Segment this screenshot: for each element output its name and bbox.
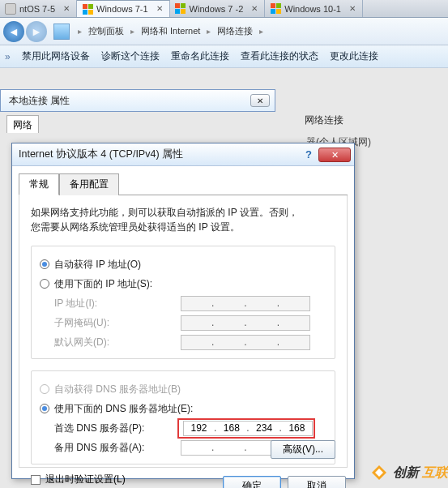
preferred-dns-field[interactable]: 192. 168. 234. 168 [183,421,313,436]
close-button[interactable]: ✕ [318,148,351,162]
advanced-button[interactable]: 高级(V)... [271,440,335,459]
tab-network[interactable]: 网络 [6,115,39,133]
ip-address-label: IP 地址(I): [40,297,177,310]
tab-label: Windows 7-1 [96,4,148,14]
breadcrumb-control-panel[interactable]: 控制面板 [87,24,126,39]
ip-settings-group: 自动获得 IP 地址(O) 使用下面的 IP 地址(S): IP 地址(I): … [31,246,335,359]
radio-manual-ip[interactable]: 使用下面的 IP 地址(S): [40,274,326,293]
menu-chevron-icon[interactable]: » [5,51,11,62]
dialog-tabs: 常规 备用配置 [19,173,348,195]
subnet-mask-label: 子网掩码(U): [40,316,177,330]
subnet-mask-field: ... [181,315,310,331]
vm-tab-win7-2[interactable]: Windows 7 -2 ✕ [170,0,266,17]
tab-label: Windows 7 -2 [190,4,244,14]
title-text: 本地连接 属性 [9,94,70,108]
breadcrumb: ▸ 控制面板 ▸ 网络和 Internet ▸ 网络连接 ▸ [75,24,267,39]
description-text: 如果网络支持此功能，则可以获取自动指派的 IP 设置。否则， 您需要从网络系统管… [31,205,335,234]
breadcrumb-network-connections[interactable]: 网络连接 [215,24,254,39]
forward-button[interactable]: ► [26,21,47,42]
network-connections-icon [53,24,70,40]
tab-general[interactable]: 常规 [19,173,59,195]
toolbar-status[interactable]: 查看此连接的状态 [241,49,318,63]
watermark-text-2: 互联 [422,464,448,482]
dialog-title-bar[interactable]: Internet 协议版本 4 (TCP/IPv4) 属性 ? ✕ [12,143,354,166]
back-button[interactable]: ◄ [3,21,24,42]
checkbox-label: 退出时验证设置(L) [45,473,126,486]
close-icon[interactable]: ✕ [63,5,71,13]
ip-address-field: ... [181,296,310,311]
vm-tab-win10-1[interactable]: Windows 10-1 ✕ [265,0,363,17]
watermark: 创新互联 [369,462,448,483]
vm-tab-centos[interactable]: ntOS 7-5 ✕ [0,0,77,17]
radio-label: 使用下面的 DNS 服务器地址(E): [54,402,193,416]
preferred-dns-label: 首选 DNS 服务器(P): [40,422,177,435]
help-button[interactable]: ? [301,148,317,162]
dialog-title: Internet 协议版本 4 (TCP/IPv4) 属性 [19,148,183,161]
chevron-right-icon: ▸ [78,27,82,36]
radio-auto-ip[interactable]: 自动获得 IP 地址(O) [40,255,326,274]
gateway-field: ... [181,335,310,350]
windows-icon [175,3,186,15]
chevron-right-icon: ▸ [130,27,134,36]
toolbar-disable-device[interactable]: 禁用此网络设备 [22,49,90,63]
vm-tab-bar: ntOS 7-5 ✕ Windows 7-1 ✕ Windows 7 -2 ✕ … [0,0,448,18]
radio-auto-dns: 自动获得 DNS 服务器地址(B) [40,379,326,399]
tab-label: Windows 10-1 [284,4,341,14]
windows-icon [270,3,281,15]
radio-label: 使用下面的 IP 地址(S): [54,277,152,291]
radio-label: 自动获得 IP 地址(O) [54,258,141,272]
radio-manual-dns[interactable]: 使用下面的 DNS 服务器地址(E): [40,399,326,418]
gateway-label: 默认网关(D): [40,336,177,349]
windows-icon [82,3,93,15]
chevron-right-icon: ▸ [259,27,263,36]
command-toolbar: » 禁用此网络设备 诊断这个连接 重命名此连接 查看此连接的状态 更改此连接 [0,45,448,68]
close-icon[interactable]: ✕ [251,5,259,13]
close-icon[interactable]: ✕ [156,5,164,13]
alternate-dns-label: 备用 DNS 服务器(A): [40,441,177,455]
toolbar-diagnose[interactable]: 诊断这个连接 [101,49,160,63]
validate-on-exit-checkbox[interactable]: 退出时验证设置(L) [31,473,335,486]
checkbox-icon [31,475,41,485]
watermark-icon [369,462,390,483]
radio-label: 自动获得 DNS 服务器地址(B) [54,383,181,396]
ipv4-properties-dialog: Internet 协议版本 4 (TCP/IPv4) 属性 ? ✕ 常规 备用配… [11,143,355,479]
close-button[interactable]: ✕ [250,94,270,107]
tab-label: ntOS 7-5 [19,4,55,14]
toolbar-change[interactable]: 更改此连接 [330,49,378,63]
vm-tab-win7-1[interactable]: Windows 7-1 ✕ [77,0,170,17]
toolbar-rename[interactable]: 重命名此连接 [171,49,229,63]
network-connection-label: 网络连接 [305,113,343,127]
nav-bar: ◄ ► ▸ 控制面板 ▸ 网络和 Internet ▸ 网络连接 ▸ [0,18,448,45]
watermark-text-1: 创新 [393,464,419,482]
centos-icon [5,3,16,15]
tab-alternate[interactable]: 备用配置 [59,173,119,195]
chevron-right-icon: ▸ [207,27,211,36]
close-icon[interactable]: ✕ [349,5,357,13]
breadcrumb-network-internet[interactable]: 网络和 Internet [139,24,202,39]
local-connection-properties-title: 本地连接 属性 ✕ [0,89,275,112]
